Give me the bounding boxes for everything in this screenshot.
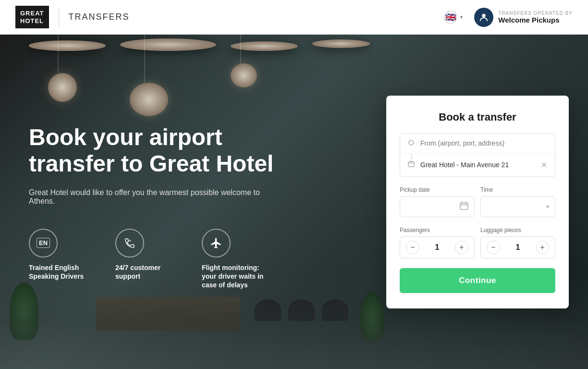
luggage-minus-button[interactable]: − <box>487 241 500 254</box>
phone-icon: 24 <box>115 229 144 258</box>
chevron-down-icon: ▾ <box>460 14 463 20</box>
route-inputs: Great Hotel - Main Avenue 21 ✕ <box>400 133 555 177</box>
datetime-row: Pickup date T <box>400 186 555 217</box>
hero-text-area: Book your airport transfer to Great Hote… <box>0 35 386 369</box>
svg-text:24: 24 <box>128 239 131 242</box>
booking-panel: Book a transfer <box>386 96 569 308</box>
luggage-group: Luggage pieces − 1 + <box>480 227 555 258</box>
header-divider <box>59 9 59 26</box>
feature-english-label: Trained English Speaking Drivers <box>29 263 96 281</box>
hero-section: Book your airport transfer to Great Hote… <box>0 35 588 369</box>
hotel-logo: GREAT HOTEL <box>15 6 49 28</box>
header-right: 🇬🇧 ▾ TRANSFERS OPERATED BY Welcome Picku… <box>444 8 573 27</box>
svg-point-2 <box>409 140 414 145</box>
features-list: EN Trained English Speaking Drivers 24 2… <box>29 229 357 290</box>
flag-icon: 🇬🇧 <box>444 11 457 24</box>
hero-headline: Book your airport transfer to Great Hote… <box>29 124 298 177</box>
passengers-plus-button[interactable]: + <box>455 241 468 254</box>
calendar-icon <box>460 201 468 212</box>
feature-customer-support: 24 24/7 customer support <box>115 229 183 290</box>
time-group: Time ▾ <box>480 186 555 217</box>
luggage-value: 1 <box>516 243 520 252</box>
operator-label: TRANSFERS OPERATED BY <box>498 11 573 16</box>
to-input-row: Great Hotel - Main Avenue 21 ✕ <box>400 154 555 176</box>
luggage-label: Luggage pieces <box>480 227 555 234</box>
pickup-date-group: Pickup date <box>400 186 475 217</box>
operator-text: TRANSFERS OPERATED BY Welcome Pickups <box>498 11 573 24</box>
passengers-group: Passengers − 1 + <box>400 227 475 258</box>
passengers-minus-button[interactable]: − <box>406 241 419 254</box>
pickup-date-input[interactable] <box>400 196 475 217</box>
time-label: Time <box>480 186 555 193</box>
luggage-plus-button[interactable]: + <box>536 241 549 254</box>
from-input-row[interactable] <box>400 134 555 154</box>
hero-subtext: Great Hotel would like to offer you the … <box>29 188 279 206</box>
pickup-date-label: Pickup date <box>400 186 475 193</box>
passengers-counter: − 1 + <box>400 236 475 258</box>
feature-support-label: 24/7 customer support <box>115 263 183 281</box>
operator-avatar-icon <box>474 8 493 27</box>
time-input[interactable]: ▾ <box>480 196 555 217</box>
operator-info: TRANSFERS OPERATED BY Welcome Pickups <box>474 8 573 27</box>
booking-title: Book a transfer <box>400 111 555 123</box>
chevron-down-time-icon: ▾ <box>546 203 549 210</box>
hero-content: Book your airport transfer to Great Hote… <box>0 35 588 369</box>
feature-flight-monitoring: Flight monitoring: your driver waits in … <box>202 229 269 290</box>
passengers-value: 1 <box>435 243 440 252</box>
plane-icon <box>202 229 231 258</box>
feature-english-drivers: EN Trained English Speaking Drivers <box>29 229 96 290</box>
language-selector[interactable]: 🇬🇧 ▾ <box>444 11 463 24</box>
header-transfers-label: TRANSFERS <box>69 12 130 22</box>
svg-rect-3 <box>408 162 414 167</box>
svg-point-0 <box>482 13 486 17</box>
continue-button[interactable]: Continue <box>400 268 555 293</box>
operator-name: Welcome Pickups <box>498 16 573 24</box>
feature-flight-label: Flight monitoring: your driver waits in … <box>202 263 269 290</box>
header-left: GREAT HOTEL TRANSFERS <box>15 6 130 28</box>
english-icon: EN <box>29 229 58 258</box>
pax-luggage-row: Passengers − 1 + Luggage pieces − 1 + <box>400 227 555 258</box>
passengers-label: Passengers <box>400 227 475 234</box>
destination-icon <box>407 161 416 169</box>
destination-value: Great Hotel - Main Avenue 21 <box>420 161 535 169</box>
clear-destination-button[interactable]: ✕ <box>540 160 548 171</box>
from-input[interactable] <box>420 139 548 147</box>
from-circle-icon <box>407 139 416 148</box>
header: GREAT HOTEL TRANSFERS 🇬🇧 ▾ TRANSFERS OPE… <box>0 0 588 35</box>
svg-rect-7 <box>460 203 468 209</box>
luggage-counter: − 1 + <box>480 236 555 258</box>
